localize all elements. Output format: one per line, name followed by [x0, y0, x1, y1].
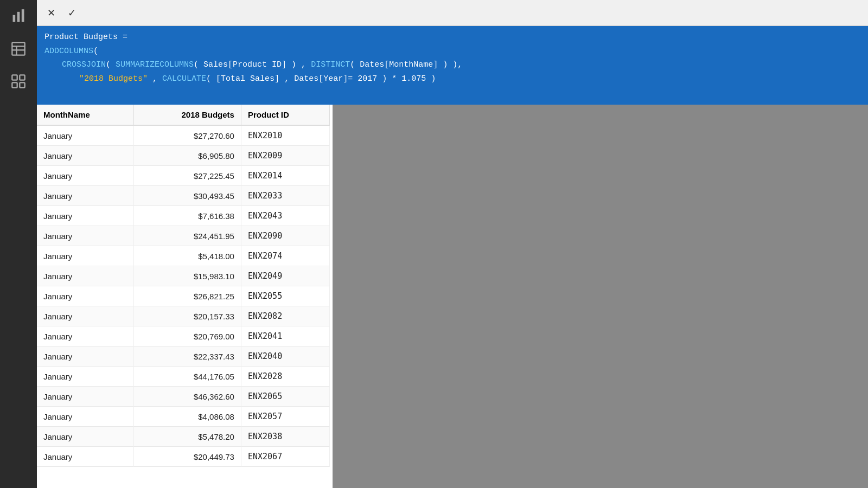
cell-budget: $26,821.25: [133, 286, 241, 306]
table-icon[interactable]: [0, 33, 37, 65]
cell-product-id: ENX2049: [241, 266, 329, 286]
formula-line1: Product Budgets =: [44, 30, 860, 44]
table-row: January $46,362.60 ENX2065: [37, 387, 330, 407]
table-row: January $20,449.73 ENX2067: [37, 447, 330, 467]
cell-product-id: ENX2082: [241, 306, 329, 326]
formula-line4: "2018 Budgets" , CALCULATE( [Total Sales…: [44, 72, 860, 86]
svg-rect-7: [12, 75, 17, 80]
cell-budget: $30,493.45: [133, 186, 241, 206]
svg-rect-9: [12, 82, 17, 87]
cell-product-id: ENX2065: [241, 387, 329, 407]
formula-line3: CROSSJOIN( SUMMARIZECOLUMNS( Sales[Produ…: [44, 58, 860, 72]
cell-budget: $5,478.20: [133, 427, 241, 447]
cancel-button[interactable]: ✕: [41, 3, 61, 23]
cell-month: January: [37, 387, 133, 407]
table-row: January $7,616.38 ENX2043: [37, 206, 330, 226]
cell-product-id: ENX2090: [241, 226, 329, 246]
cell-month: January: [37, 427, 133, 447]
table-row: January $26,821.25 ENX2055: [37, 286, 330, 306]
svg-rect-10: [20, 82, 24, 87]
cell-budget: $46,362.60: [133, 387, 241, 407]
cell-budget: $4,086.08: [133, 407, 241, 427]
col-header-product-id: Product ID: [241, 105, 329, 125]
cell-month: January: [37, 146, 133, 166]
cell-product-id: ENX2074: [241, 246, 329, 266]
content-area: MonthName 2018 Budgets Product ID Januar…: [37, 105, 868, 488]
table-row: January $27,225.45 ENX2014: [37, 166, 330, 186]
cell-budget: $22,337.43: [133, 346, 241, 367]
table-row: January $22,337.43 ENX2040: [37, 346, 330, 367]
cell-budget: $27,270.60: [133, 125, 241, 146]
table-panel: MonthName 2018 Budgets Product ID Januar…: [37, 105, 333, 488]
table-row: January $44,176.05 ENX2028: [37, 367, 330, 387]
svg-rect-1: [17, 12, 20, 22]
cell-month: January: [37, 266, 133, 286]
svg-rect-8: [20, 75, 24, 80]
cell-product-id: ENX2009: [241, 146, 329, 166]
table-body: January $27,270.60 ENX2010 January $6,90…: [37, 125, 330, 467]
table-row: January $15,983.10 ENX2049: [37, 266, 330, 286]
cell-month: January: [37, 125, 133, 146]
table-header: MonthName 2018 Budgets Product ID: [37, 105, 330, 125]
model-icon[interactable]: [0, 65, 37, 98]
table-row: January $27,270.60 ENX2010: [37, 125, 330, 146]
cell-month: January: [37, 407, 133, 427]
cell-month: January: [37, 186, 133, 206]
cell-month: January: [37, 246, 133, 266]
table-row: January $20,157.33 ENX2082: [37, 306, 330, 326]
table-row: January $24,451.95 ENX2090: [37, 226, 330, 246]
data-table: MonthName 2018 Budgets Product ID Januar…: [37, 105, 330, 467]
cell-product-id: ENX2043: [241, 206, 329, 226]
svg-rect-3: [12, 42, 24, 55]
cell-product-id: ENX2055: [241, 286, 329, 306]
header-row: MonthName 2018 Budgets Product ID: [37, 105, 330, 125]
formula-bar[interactable]: Product Budgets = ADDCOLUMNS( CROSSJOIN(…: [37, 26, 868, 105]
cell-month: January: [37, 306, 133, 326]
cell-budget: $44,176.05: [133, 367, 241, 387]
cell-product-id: ENX2033: [241, 186, 329, 206]
table-row: January $30,493.45 ENX2033: [37, 186, 330, 206]
cell-budget: $24,451.95: [133, 226, 241, 246]
cell-budget: $20,769.00: [133, 326, 241, 346]
cell-month: January: [37, 346, 133, 367]
table-row: January $5,478.20 ENX2038: [37, 427, 330, 447]
cell-budget: $20,157.33: [133, 306, 241, 326]
cell-month: January: [37, 326, 133, 346]
cell-month: January: [37, 286, 133, 306]
cell-month: January: [37, 367, 133, 387]
cell-budget: $15,983.10: [133, 266, 241, 286]
table-row: January $6,905.80 ENX2009: [37, 146, 330, 166]
cell-product-id: ENX2067: [241, 447, 329, 467]
formula-line2: ADDCOLUMNS(: [44, 44, 860, 59]
cell-month: January: [37, 206, 133, 226]
cell-budget: $20,449.73: [133, 447, 241, 467]
cell-product-id: ENX2014: [241, 166, 329, 186]
sidebar: [0, 0, 37, 488]
cell-month: January: [37, 226, 133, 246]
cell-budget: $6,905.80: [133, 146, 241, 166]
cell-product-id: ENX2010: [241, 125, 329, 146]
table-row: January $20,769.00 ENX2041: [37, 326, 330, 346]
cell-product-id: ENX2057: [241, 407, 329, 427]
cell-product-id: ENX2040: [241, 346, 329, 367]
cell-budget: $27,225.45: [133, 166, 241, 186]
cell-budget: $7,616.38: [133, 206, 241, 226]
table-row: January $5,418.00 ENX2074: [37, 246, 330, 266]
main-content: ✕ ✓ Product Budgets = ADDCOLUMNS( CROSSJ…: [37, 0, 868, 488]
cell-budget: $5,418.00: [133, 246, 241, 266]
svg-rect-0: [13, 15, 16, 22]
table-row: January $4,086.08 ENX2057: [37, 407, 330, 427]
table-container[interactable]: MonthName 2018 Budgets Product ID Januar…: [37, 105, 333, 488]
cell-month: January: [37, 447, 133, 467]
confirm-button[interactable]: ✓: [62, 3, 81, 23]
cell-product-id: ENX2028: [241, 367, 329, 387]
svg-rect-2: [22, 9, 24, 22]
cell-month: January: [37, 166, 133, 186]
col-header-month: MonthName: [37, 105, 133, 125]
right-area: [333, 105, 868, 488]
col-header-budget: 2018 Budgets: [133, 105, 241, 125]
toolbar: ✕ ✓: [37, 0, 868, 26]
cell-product-id: ENX2041: [241, 326, 329, 346]
cell-product-id: ENX2038: [241, 427, 329, 447]
bar-chart-icon[interactable]: [0, 0, 37, 33]
